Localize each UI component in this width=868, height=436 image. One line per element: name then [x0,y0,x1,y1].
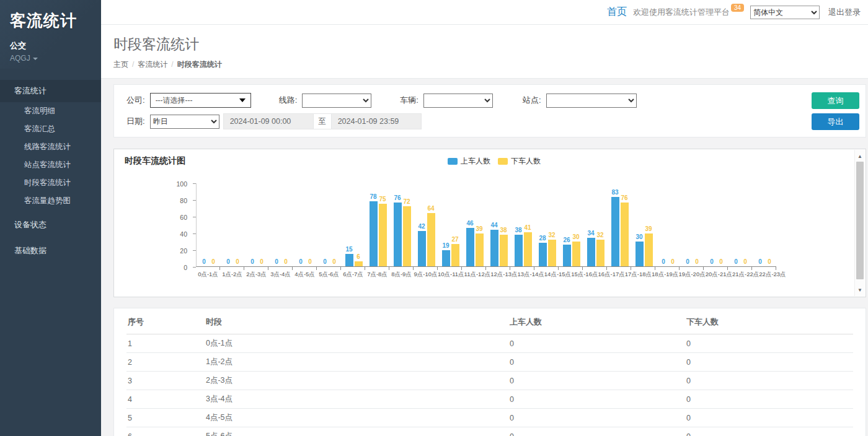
breadcrumb-item: 时段客流统计 [177,60,222,69]
bar-boarding [394,203,402,266]
bar-value-label: 0 [275,258,278,265]
chart-category-group: 00 [269,183,293,266]
bar-value-label: 64 [427,205,434,212]
vehicle-select[interactable] [423,94,493,108]
table-header-cell: 上车人数 [508,310,685,334]
sidebar-subitem[interactable]: 时段客流统计 [0,174,101,192]
scrollbar-thumb[interactable] [856,162,864,279]
chart-category-group: 4438 [487,183,511,266]
y-axis-label: 40 [114,230,187,238]
home-link[interactable]: 首页 [607,6,627,19]
chart-category-group: 2630 [559,183,583,266]
company-select[interactable]: ---请选择--- [150,93,251,108]
legend-label: 上车人数 [461,156,490,167]
scrollbar-up-arrow-icon[interactable]: ▲ [855,151,865,161]
x-axis-label: 18点-19点 [652,271,678,279]
date-to-input[interactable] [331,113,422,129]
table-row: 65点-6点00 [126,427,853,436]
date-label: 日期: [126,116,145,127]
logout-link[interactable]: 退出登录 [828,7,861,18]
legend-swatch-icon [498,158,508,165]
bar-value-label: 72 [403,198,410,205]
search-button[interactable]: 查询 [812,92,859,109]
bar-value-label: 39 [645,225,652,232]
bar-value-label: 6 [356,253,360,260]
bar-value-label: 75 [379,196,386,203]
breadcrumb-item[interactable]: 主页 [113,60,128,69]
sidebar-subitem[interactable]: 客流明细 [0,102,101,120]
sidebar-section[interactable]: 基础数据 [0,240,101,262]
bar-boarding [345,254,353,266]
table-cell: 2 [126,353,205,372]
y-axis-label: 80 [114,197,187,204]
breadcrumb-separator: / [132,60,134,69]
bar-boarding [490,230,498,266]
station-select[interactable] [546,94,637,108]
table-cell: 0 [685,390,853,409]
table-cell: 3 [126,372,205,390]
scrollbar-down-arrow-icon[interactable]: ▼ [855,285,865,295]
legend-item[interactable]: 下车人数 [498,156,541,167]
bar-alighting [427,213,435,266]
company-label: 公司: [126,95,145,106]
x-axis-label [786,271,810,279]
bar-value-label: 44 [490,222,497,229]
breadcrumb-item[interactable]: 客流统计 [138,60,167,69]
chart-category-group: 1927 [438,183,463,266]
chart-category-group: 00 [317,183,342,266]
bar-value-label: 78 [370,193,376,200]
table-cell: 0 [508,353,685,372]
chart-scrollbar[interactable]: ▲ ▼ [854,150,865,296]
bar-alighting [500,235,508,266]
chart-category-group: 7875 [366,183,390,266]
bar-value-label: 39 [476,225,482,232]
date-preset-select[interactable]: 昨日 [150,115,219,129]
bar-value-label: 0 [332,258,336,265]
legend-item[interactable]: 上车人数 [448,156,490,167]
chart-x-labels: 0点-1点1点-2点2点-3点3点-4点4点-5点5点-6点6点-7点7点-8点… [196,271,776,279]
chart-category-group: 00 [197,183,221,266]
x-axis-label: 7点-8点 [365,271,389,279]
bar-boarding [418,231,426,266]
bar-value-label: 26 [563,237,570,243]
x-axis-label: 8点-9点 [389,271,414,279]
sidebar-subitem[interactable]: 客流量趋势图 [0,192,101,210]
table-cell: 0 [685,372,853,390]
date-from-input[interactable] [223,113,314,129]
topbar: 首页 欢迎使用客流统计管理平台 34 简体中文 退出登录 [101,0,868,25]
table-row: 21点-2点00 [126,353,853,372]
line-select[interactable] [302,94,371,108]
dropdown-triangle-icon [239,98,246,102]
bar-alighting [451,244,459,267]
table-cell: 3点-4点 [205,390,508,409]
x-axis-label: 0点-1点 [196,271,220,279]
notification-badge[interactable]: 34 [731,4,744,12]
table-cell: 0 [508,372,685,390]
y-axis-label: 60 [114,214,187,221]
bar-value-label: 0 [250,258,254,265]
sidebar-section[interactable]: 设备状态 [0,214,101,236]
table-cell: 0点-1点 [205,334,508,353]
export-button[interactable]: 导出 [812,113,859,130]
bar-alighting [524,232,532,266]
bar-value-label: 32 [596,232,603,238]
chart-category-group: 00 [728,183,753,266]
x-axis-label: 12点-13点 [490,271,517,279]
sidebar-section[interactable]: 客流统计 [0,80,101,102]
x-axis-label: 10点-11点 [438,271,464,279]
x-axis-label: 13点-14点 [518,271,544,279]
chart-category-group: 00 [245,183,269,266]
bar-value-label: 0 [719,258,723,265]
bar-value-label: 42 [418,223,425,230]
bar-value-label: 0 [743,258,747,265]
bar-boarding [611,197,619,266]
date-range-separator: 至 [314,113,331,129]
bar-value-label: 0 [686,258,689,265]
bar-value-label: 0 [202,258,206,265]
org-code-dropdown[interactable]: AQGJ [10,54,92,63]
sidebar-subitem[interactable]: 站点客流统计 [0,156,101,174]
sidebar-subitem[interactable]: 客流汇总 [0,120,101,138]
bar-boarding [563,245,571,266]
sidebar-subitem[interactable]: 线路客流统计 [0,138,101,156]
language-select[interactable]: 简体中文 [750,6,820,19]
